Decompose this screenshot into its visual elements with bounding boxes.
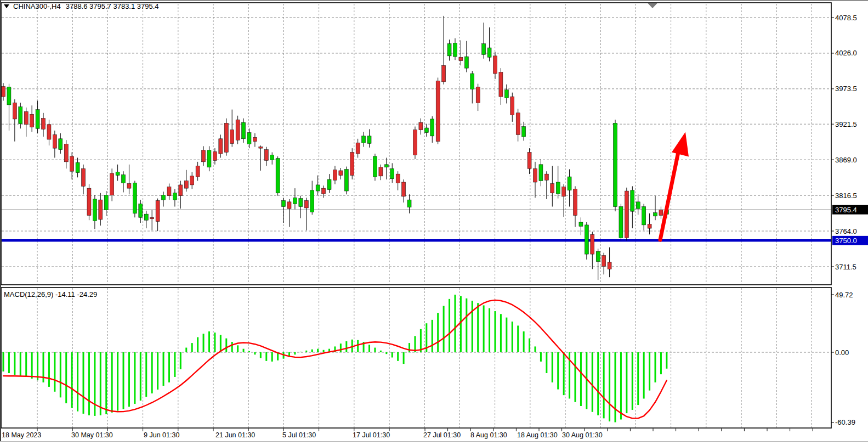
- macd-indicator-label: MACD(12,26,9) -14.11 -24.29: [4, 290, 97, 298]
- current-price-badge-text: 3795.4: [835, 206, 857, 214]
- chart-title: CHINA300-,H4 3788.6 3795.7 3783.1 3795.4: [4, 2, 159, 10]
- time-axis-label: 27 Jul 01:30: [423, 431, 461, 439]
- price-axis-label: 3711.5: [835, 263, 856, 271]
- current-price-badge: 3795.4: [832, 205, 868, 215]
- symbol-timeframe: CHINA300-,H4: [13, 2, 61, 10]
- trend-arrow[interactable]: [660, 132, 689, 240]
- price-axis-label: 3816.5: [835, 191, 857, 200]
- time-axis-label: 17 Jul 01:30: [353, 431, 390, 439]
- time-axis[interactable]: 18 May 202330 May 01:309 Jun 01:3021 Jun…: [2, 429, 813, 439]
- grid-lines: [2, 4, 831, 427]
- time-axis-label: 18 Aug 01:30: [517, 431, 558, 439]
- time-axis-label: 18 May 2023: [2, 431, 41, 439]
- chart-shift-marker-icon[interactable]: [648, 3, 657, 8]
- price-axis-label: 3973.5: [835, 85, 857, 93]
- time-axis-label: 8 Aug 01:30: [470, 431, 507, 439]
- price-axis-label: 4026.0: [835, 49, 857, 57]
- price-axis-label: 3869.0: [835, 156, 857, 164]
- macd-axis-label: 0.00: [835, 348, 849, 357]
- symbol-dropdown-icon[interactable]: [4, 4, 9, 8]
- price-axis[interactable]: 4078.54026.03973.53921.53869.03816.53764…: [831, 14, 857, 271]
- macd-axis-label: -60.39: [835, 418, 855, 426]
- ohlc-values: 3788.6 3795.7 3783.1 3795.4: [66, 2, 159, 10]
- price-axis-label: 4078.5: [835, 14, 857, 22]
- time-axis-label: 9 Jun 01:30: [144, 431, 179, 439]
- price-axis-label: 3921.5: [835, 120, 857, 128]
- time-axis-label: 5 Jul 01:30: [282, 431, 316, 439]
- support-price-badge: 3750.0: [832, 236, 868, 245]
- time-axis-label: 30 Aug 01:30: [562, 431, 603, 439]
- macd-axis[interactable]: 49.720.00-60.39: [831, 291, 855, 427]
- price-axis-label: 3764.0: [835, 227, 857, 235]
- chart-canvas[interactable]: 18 May 202330 May 01:309 Jun 01:3021 Jun…: [0, 0, 868, 445]
- time-axis-label: 21 Jun 01:30: [215, 431, 255, 439]
- macd-signal-line: [3, 300, 667, 418]
- panel-frames: [0, 0, 868, 442]
- time-axis-label: 30 May 01:30: [71, 431, 113, 439]
- support-price-badge-text: 3750.0: [835, 236, 857, 245]
- macd-axis-label: 49.72: [835, 291, 853, 299]
